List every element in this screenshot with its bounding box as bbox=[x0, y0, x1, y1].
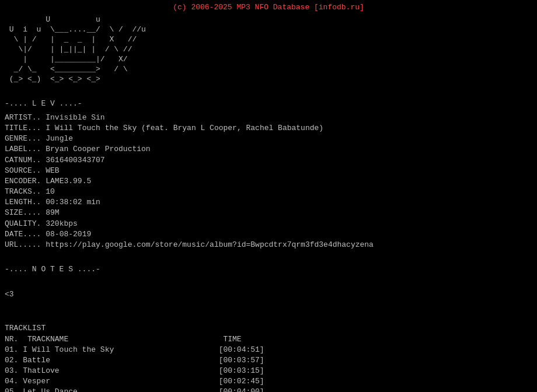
size-line: SIZE.... 89M bbox=[5, 208, 60, 217]
tracklist-columns: NR. TRACKNAME TIME bbox=[5, 335, 242, 344]
catnum-line: CATNUM.. 3616400343707 bbox=[5, 156, 105, 164]
notes-divider: -.... N O T E S ....- bbox=[5, 254, 532, 275]
title-line: TITLE... I Will Touch the Sky (feat. Bry… bbox=[5, 124, 323, 132]
track-04: 04. Vesper [00:02:45] bbox=[5, 377, 264, 386]
tracks-line: TRACKS.. 10 bbox=[5, 187, 55, 196]
track-02: 02. Battle [00:03:57] bbox=[5, 356, 264, 365]
label-line: LABEL... Bryan Cooper Production bbox=[5, 145, 151, 153]
notes-content: <3 bbox=[5, 279, 532, 311]
artist-line: ARTIST.. Invisible Sin bbox=[5, 113, 105, 122]
genre-line: GENRE... Jungle bbox=[5, 134, 73, 143]
date-line: DATE.... 08-08-2019 bbox=[5, 230, 91, 239]
ascii-art-block: U u U i u \___....__/ \ / //u \ | / | _ … bbox=[5, 15, 532, 84]
quality-line: QUALITY. 320kbps bbox=[5, 219, 78, 228]
lev-divider: -.... L E V ....- bbox=[5, 88, 532, 108]
length-line: LENGTH.. 00:38:02 min bbox=[5, 198, 100, 206]
source-line: SOURCE.. WEB bbox=[5, 166, 60, 175]
encoder-line: ENCODER. LAME3.99.5 bbox=[5, 177, 91, 186]
metadata-block: ARTIST.. Invisible Sin TITLE... I Will T… bbox=[5, 113, 532, 250]
track-03: 03. ThatLove [00:03:15] bbox=[5, 366, 264, 375]
copyright-header: (c) 2006-2025 MP3 NFO Database [infodb.r… bbox=[5, 2, 532, 13]
tracklist-header: TRACKLIST bbox=[5, 324, 46, 332]
tracklist-block: TRACKLIST NR. TRACKNAME TIME 01. I Will … bbox=[5, 313, 532, 392]
track-01: 01. I Will Touch the Sky [00:04:51] bbox=[5, 345, 264, 354]
track-05: 05. Let Us Dance [00:04:00] bbox=[5, 387, 264, 392]
url-line: URL..... https://play.google.com/store/m… bbox=[5, 240, 374, 249]
copyright-text: (c) 2006-2025 MP3 NFO Database [infodb.r… bbox=[173, 3, 364, 12]
